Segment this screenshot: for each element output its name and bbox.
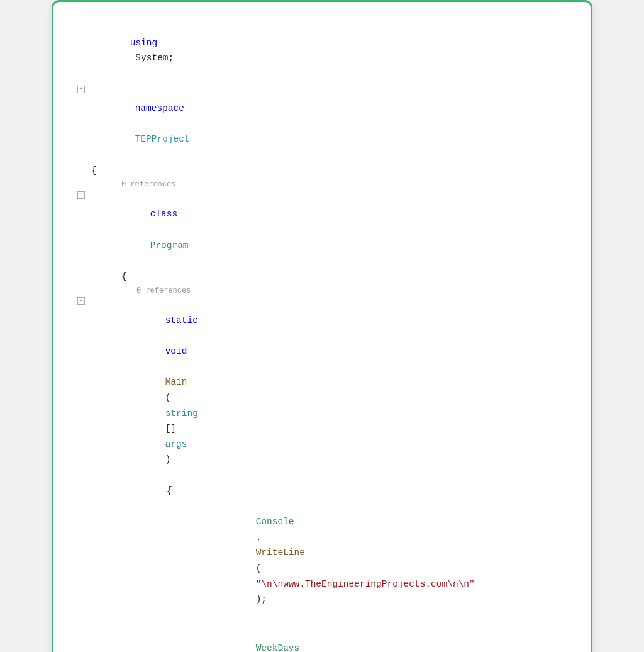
- param-args: args: [165, 439, 187, 449]
- collapse-namespace[interactable]: −: [77, 86, 85, 93]
- code-line-class: − class Program: [71, 191, 570, 269]
- code-line-main: − static void Main ( string [] args ): [71, 297, 570, 483]
- code-line-brace3: {: [71, 483, 570, 499]
- code-line-namespace: − namespace TEPProject: [71, 86, 570, 163]
- string-literal-1: "\n\nwww.TheEngineeringProjects.com\n\n": [256, 579, 475, 589]
- gutter-main: −: [71, 297, 91, 305]
- keyword-static: static: [165, 315, 198, 325]
- ref-label-0a: 0 references: [121, 178, 570, 191]
- writeline-method-1: WriteLine: [256, 548, 305, 558]
- code-line-brace1: {: [71, 163, 570, 179]
- type-string: string: [165, 408, 198, 419]
- gutter-class: −: [71, 191, 91, 199]
- collapse-class[interactable]: −: [77, 191, 85, 199]
- type-weekdays-1: WeekDays: [256, 643, 300, 652]
- code-line-brace2: {: [71, 269, 570, 284]
- main-card: using System; − namespace TEPProject {: [52, 0, 592, 652]
- namespace-name: TEPProject: [135, 134, 190, 144]
- method-main: Main: [165, 377, 187, 387]
- keyword-using: using: [130, 38, 158, 48]
- code-area: using System; − namespace TEPProject {: [71, 20, 570, 652]
- keyword-void: void: [165, 346, 187, 356]
- collapse-main[interactable]: −: [77, 297, 85, 305]
- keyword-namespace: namespace: [135, 103, 184, 113]
- code-line-ref0a: 0 references: [71, 178, 570, 191]
- ref-label-0b: 0 references: [136, 284, 570, 297]
- code-line-writeline1: Console . WriteLine ( "\n\nwww.TheEngine…: [71, 498, 570, 622]
- class-name: Program: [150, 240, 189, 250]
- code-line-using: using System;: [71, 20, 570, 82]
- keyword-class: class: [150, 209, 178, 219]
- code-line-weekdays-var: WeekDays CurrentDay = WeekDays .Monday;: [71, 625, 570, 652]
- console-class-1: Console: [256, 517, 294, 527]
- code-line-ref0b: 0 references: [71, 284, 570, 297]
- gutter-namespace: −: [71, 86, 91, 93]
